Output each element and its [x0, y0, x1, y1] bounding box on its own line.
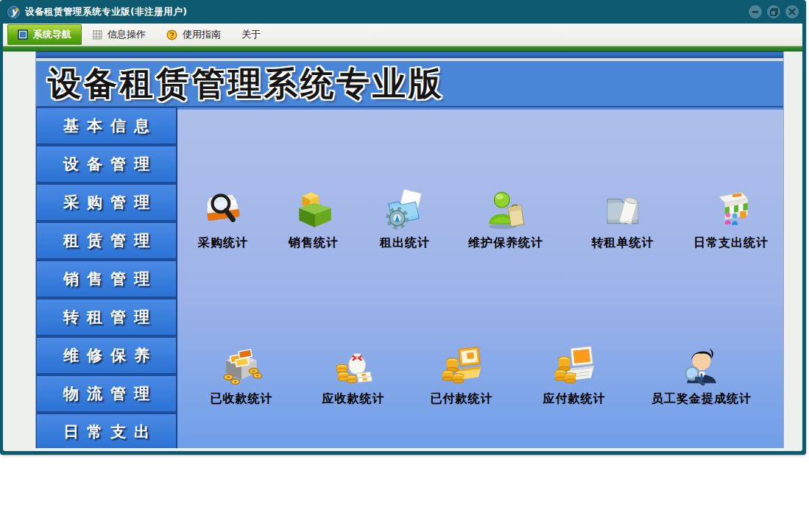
shortcut-received-payment-stats[interactable]: 已收款统计: [186, 344, 297, 407]
green-divider: [3, 46, 802, 52]
close-icon: [788, 8, 796, 15]
maximize-icon: [770, 8, 778, 16]
nav-square-icon: [18, 29, 28, 40]
tab-system-navigation[interactable]: 系统导航: [7, 24, 82, 45]
menubar: 系统导航 信息操作 使用指南 关于: [3, 24, 802, 46]
window-title: 设备租赁管理系统专业版(非注册用户): [25, 6, 187, 18]
maximize-button[interactable]: [767, 5, 780, 18]
grid-icon: [92, 29, 102, 40]
sidebar-item-maintenance[interactable]: 维修保养: [36, 337, 177, 374]
minimize-button[interactable]: [749, 5, 762, 18]
banner: 设备租赁管理系统专业版: [36, 61, 783, 107]
sidebar-item-sales-mgmt[interactable]: 销售管理: [36, 260, 177, 297]
shortcut-payable-stats[interactable]: 应付款统计: [519, 344, 629, 407]
rentout-stats-icon: [384, 188, 426, 230]
sublease-stats-icon: [601, 188, 644, 230]
content-area: 设备租赁管理系统专业版 基本信息 设备管理 采购管理 租赁管理 销售管理 转租管…: [3, 52, 802, 451]
shortcut-maintenance-stats[interactable]: 维护保养统计: [451, 188, 561, 251]
banner-title: 设备租赁管理系统专业版: [48, 62, 445, 106]
sidebar-item-sublease-mgmt[interactable]: 转租管理: [36, 299, 177, 336]
maintenance-stats-icon: [484, 188, 527, 230]
tab-about[interactable]: 关于: [231, 24, 271, 45]
titlebar: y 设备租赁管理系统专业版(非注册用户): [0, 0, 806, 24]
close-button[interactable]: [785, 5, 799, 18]
received-payment-stats-icon: [220, 344, 263, 386]
shortcut-sublease-stats[interactable]: 转租单统计: [568, 188, 678, 251]
sidebar-item-basic-info[interactable]: 基本信息: [36, 107, 177, 144]
shortcut-receivable-stats[interactable]: 应收款统计: [298, 344, 409, 407]
tab-user-guide[interactable]: 使用指南: [156, 24, 231, 45]
panel-top-strip: [36, 52, 783, 58]
shortcut-daily-expense-stats[interactable]: 日常支出统计: [676, 188, 783, 251]
sidebar-item-logistics-mgmt[interactable]: 物流管理: [36, 375, 177, 412]
shortcut-rentout-stats[interactable]: 租出统计: [350, 188, 460, 251]
navigation-panel: 设备租赁管理系统专业版 基本信息 设备管理 采购管理 租赁管理 销售管理 转租管…: [35, 52, 784, 448]
sales-stats-icon: [292, 188, 335, 230]
shortcut-employee-bonus-stats[interactable]: 员工奖金提成统计: [646, 344, 757, 407]
employee-bonus-stats-icon: [680, 344, 723, 386]
sidebar-item-rental-mgmt[interactable]: 租赁管理: [36, 222, 177, 259]
shortcut-paid-payment-stats[interactable]: 已付款统计: [406, 344, 517, 407]
sidebar-item-equipment-mgmt[interactable]: 设备管理: [36, 146, 177, 182]
sidebar-item-purchase-mgmt[interactable]: 采购管理: [36, 184, 177, 221]
tab-info-operations[interactable]: 信息操作: [82, 24, 156, 45]
app-logo-icon: y: [7, 6, 20, 18]
payable-stats-icon: [553, 344, 596, 386]
daily-expense-stats-icon: [710, 188, 752, 230]
minimize-icon: [752, 8, 759, 15]
sidebar: 基本信息 设备管理 采购管理 租赁管理 销售管理 转租管理 维修保养 物流管理 …: [36, 107, 177, 448]
shortcut-area: 采购统计 销售统计: [177, 107, 783, 448]
paid-payment-stats-icon: [440, 344, 483, 386]
sidebar-item-daily-expense[interactable]: 日常支出: [36, 414, 177, 448]
purchase-stats-icon: [202, 188, 244, 230]
app-window: y 设备租赁管理系统专业版(非注册用户) 系统导航 信息操作 使用指南: [0, 0, 806, 455]
receivable-stats-icon: [332, 344, 375, 386]
coin-icon: [166, 29, 177, 40]
